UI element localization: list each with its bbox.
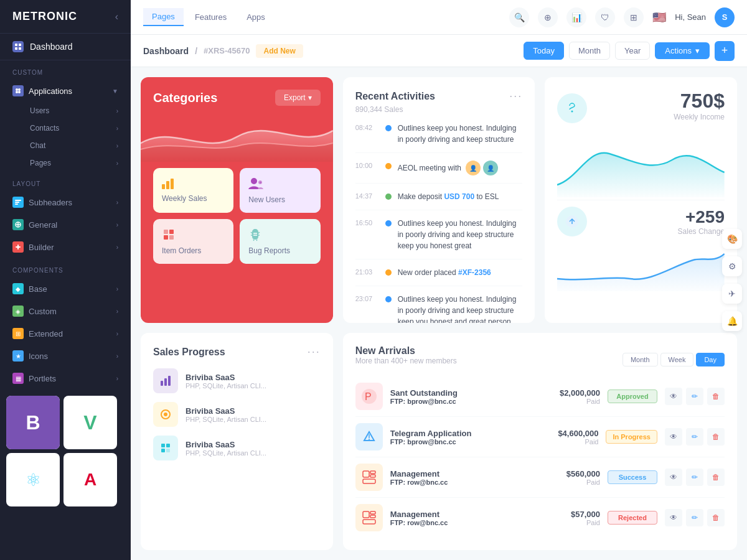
period-month-tab[interactable]: Month [622, 353, 658, 366]
edit-btn-2[interactable]: ✏ [686, 469, 703, 486]
sidebar-item-general[interactable]: General › [0, 213, 131, 236]
period-day-tab[interactable]: Day [696, 353, 725, 366]
period-year-button[interactable]: Year [615, 42, 650, 60]
nav-pages[interactable]: Pages [143, 8, 184, 26]
sales-progress-menu-icon[interactable]: ··· [308, 345, 321, 358]
svg-rect-10 [15, 203, 18, 205]
icons-icon: ★ [12, 350, 24, 362]
activities-menu-icon[interactable]: ··· [509, 90, 522, 103]
sales-item-2: Briviba SaaS PHP, SQLite, Artisan CLI... [153, 436, 321, 460]
svg-text:+: + [259, 180, 262, 185]
svg-line-32 [253, 240, 254, 241]
sidebar-sub-chat[interactable]: Chat › [0, 137, 131, 154]
arrival-actions-2: 👁 ✏ 🗑 [665, 469, 725, 486]
layout-section-label: LAYOUT [0, 172, 131, 191]
sidebar-item-builder[interactable]: Builder › [0, 236, 131, 258]
item-orders-card[interactable]: Item Orders [153, 219, 233, 264]
sidebar-item-icons[interactable]: ★ Icons › [0, 345, 131, 367]
sidebar-item-applications[interactable]: Applications ▼ [0, 80, 131, 102]
actions-button[interactable]: Actions ▾ [655, 42, 710, 59]
sales-change-icon-badge [557, 207, 587, 236]
angular-logo: A [63, 453, 117, 506]
delete-btn-1[interactable]: 🗑 [707, 428, 725, 446]
arrival-ftp-2: FTP: row@bnc.cc [390, 478, 530, 486]
export-chevron-icon: ▾ [308, 93, 312, 102]
add-button[interactable]: + [715, 41, 735, 61]
new-users-icon: + [248, 177, 311, 190]
view-btn-1[interactable]: 👁 [665, 428, 682, 446]
activities-header: Recent Activities ··· [355, 90, 523, 103]
arrival-ftp-1: FTP: bprow@bnc.cc [390, 438, 529, 446]
income-header: 750$ Weekly Income [557, 90, 725, 126]
builder-icon [12, 241, 24, 253]
sidebar-item-base[interactable]: ◆ Base › [0, 278, 131, 300]
sidebar-toggle-icon[interactable]: ‹ [115, 11, 118, 22]
edit-btn-0[interactable]: ✏ [686, 388, 703, 405]
sales-avatar-2 [153, 436, 178, 460]
stats-icon[interactable]: 📊 [566, 7, 586, 27]
nav-features[interactable]: Features [186, 8, 235, 26]
weekly-sales-card[interactable]: Weekly Sales [153, 168, 233, 213]
vue-logo: V [63, 396, 117, 449]
bug-reports-label: Bug Reports [248, 246, 311, 255]
sales-change-chart [557, 241, 725, 291]
sidebar-sub-users[interactable]: Users › [0, 102, 131, 119]
dot-2307 [385, 296, 392, 302]
delete-btn-3[interactable]: 🗑 [707, 509, 725, 526]
extended-chevron-icon: › [116, 330, 118, 337]
sidebar-item-extended[interactable]: ⊞ Extended › [0, 322, 131, 345]
connections-icon[interactable]: ⊕ [538, 7, 558, 27]
new-users-card[interactable]: + New Users [240, 168, 320, 213]
arrival-info-1: Telegram Application FTP: bprow@bnc.cc [390, 429, 529, 446]
delete-btn-2[interactable]: 🗑 [707, 469, 725, 486]
grid-icon[interactable]: ⊞ [624, 7, 644, 27]
subheader: Dashboard / #XRS-45670 Add New Today Mon… [131, 35, 747, 67]
sidebar-item-subheaders[interactable]: Subheaders › [0, 191, 131, 213]
order-link[interactable]: #XF-2356 [458, 268, 491, 277]
view-btn-3[interactable]: 👁 [665, 509, 682, 526]
period-week-tab[interactable]: Week [660, 353, 694, 366]
bug-reports-card[interactable]: Bug Reports [240, 219, 320, 264]
svg-line-29 [258, 232, 260, 233]
svg-rect-3 [19, 47, 21, 50]
view-btn-2[interactable]: 👁 [665, 469, 682, 486]
export-button[interactable]: Export ▾ [275, 90, 321, 106]
add-new-button[interactable]: Add New [256, 44, 303, 58]
sidebar-item-portlets[interactable]: ▦ Portlets › [0, 367, 131, 390]
arrival-row-0: P Sant Outstanding FTP: bprow@bnc.cc $2,… [355, 376, 725, 417]
view-btn-0[interactable]: 👁 [665, 388, 682, 405]
arrival-info-2: Management FTP: row@bnc.cc [390, 469, 530, 486]
palette-icon[interactable]: 🎨 [722, 229, 742, 249]
period-month-button[interactable]: Month [569, 42, 610, 60]
svg-rect-0 [15, 44, 17, 46]
sales-info-2: Briviba SaaS PHP, SQLite, Artisan CLI... [186, 440, 321, 457]
sidebar-sub-pages[interactable]: Pages › [0, 154, 131, 172]
custom-icon: ◈ [12, 306, 24, 317]
notification-icon[interactable]: 🔔 [722, 311, 742, 331]
send-icon[interactable]: ✈ [722, 284, 742, 304]
arrival-icon-3 [355, 504, 383, 531]
user-avatar[interactable]: S [715, 7, 735, 27]
svg-rect-55 [363, 479, 375, 483]
edit-btn-1[interactable]: ✏ [686, 428, 703, 446]
sales-change-amount: +259 [593, 207, 725, 227]
svg-rect-59 [363, 520, 375, 524]
deposit-link[interactable]: USD 700 [444, 192, 474, 201]
sales-change-section: +259 Sales Change [557, 200, 725, 291]
portlets-chevron-icon: › [116, 375, 118, 382]
sidebar-sub-contacts[interactable]: Contacts › [0, 119, 131, 137]
base-icon: ◆ [12, 283, 24, 294]
edit-btn-3[interactable]: ✏ [686, 509, 703, 526]
search-icon[interactable]: 🔍 [509, 7, 529, 27]
income-icon-badge [557, 93, 587, 123]
arrivals-subtitle: More than 400+ new members [355, 357, 457, 365]
sidebar-item-custom[interactable]: ◈ Custom › [0, 300, 131, 322]
subheaders-chevron-icon: › [116, 199, 118, 206]
period-today-button[interactable]: Today [524, 42, 564, 60]
arrival-actions-0: 👁 ✏ 🗑 [665, 388, 725, 405]
settings-icon[interactable]: ⚙ [722, 256, 742, 276]
delete-btn-0[interactable]: 🗑 [707, 388, 725, 405]
nav-apps[interactable]: Apps [238, 8, 274, 26]
sidebar-dashboard-item[interactable]: Dashboard [0, 34, 131, 60]
shield-icon[interactable]: 🛡 [595, 7, 615, 27]
